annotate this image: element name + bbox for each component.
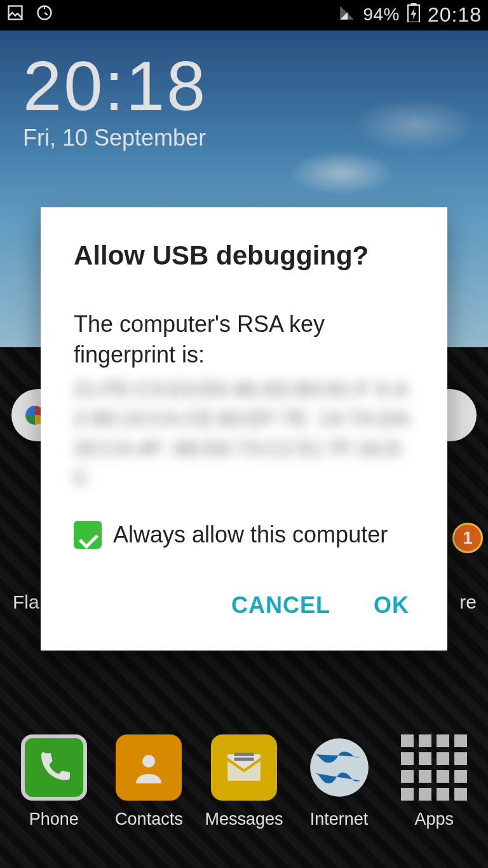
ok-button[interactable]: OK: [369, 584, 414, 626]
dialog-body-text: The computer's RSA key fingerprint is:: [74, 309, 414, 369]
cancel-button[interactable]: CANCEL: [226, 584, 336, 626]
dialog-title: Allow USB debugging?: [74, 240, 414, 271]
rsa-fingerprint: 21:FE:C3:D3:E6:48:AD:B3:81:F A:A2:99:14:…: [74, 375, 414, 493]
checkbox-checked-icon: [74, 521, 102, 549]
checkbox-label: Always allow this computer: [113, 521, 388, 548]
always-allow-checkbox[interactable]: Always allow this computer: [74, 521, 414, 549]
dialog-actions: CANCEL OK: [74, 584, 414, 639]
usb-debugging-dialog: Allow USB debugging? The computer's RSA …: [41, 207, 447, 651]
